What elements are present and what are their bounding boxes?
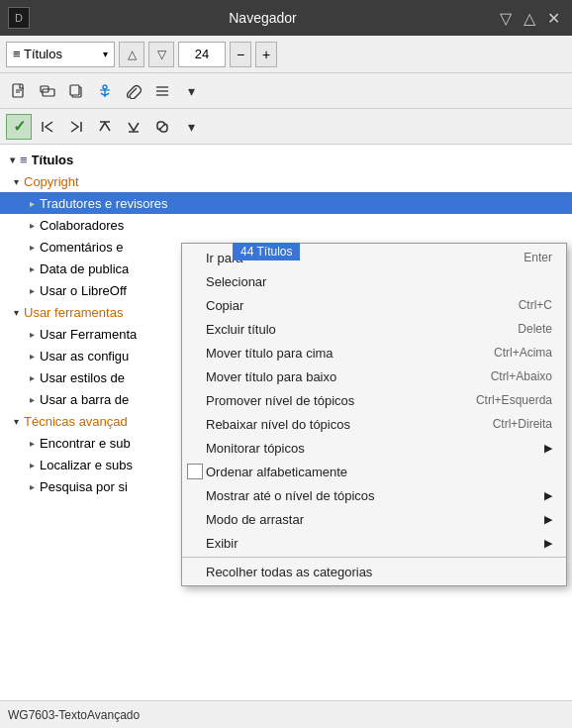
tecnicas-label: Técnicas avançad	[24, 414, 128, 429]
data-expand-icon[interactable]: ▸	[24, 260, 40, 276]
move-down-icon	[126, 119, 142, 135]
comentarios-expand-icon[interactable]: ▸	[24, 239, 40, 255]
ctx-separator	[182, 557, 566, 558]
status-text: WG7603-TextoAvançado	[8, 708, 140, 722]
titles-icon: ≡	[20, 153, 28, 167]
ctx-mover-cima[interactable]: Mover título para cima Ctrl+Acima	[182, 341, 566, 364]
spin-minus-button[interactable]: −	[230, 42, 251, 67]
attach-icon	[126, 83, 142, 99]
root-expand-icon[interactable]: ▾	[4, 152, 20, 167]
ctx-mover-baixo[interactable]: Mover título para baixo Ctrl+Abaixo	[182, 364, 566, 388]
new-doc-button[interactable]	[6, 78, 32, 104]
attach-button[interactable]	[121, 78, 146, 104]
usar-estilos-expand-icon[interactable]: ▸	[24, 369, 40, 385]
anchor-button[interactable]	[92, 78, 118, 104]
title-bar-left: D	[8, 7, 30, 29]
last-icon	[68, 119, 84, 135]
title-bar-controls: ▽ △ ✕	[496, 7, 564, 30]
link-button[interactable]	[149, 114, 175, 140]
restore-button[interactable]: △	[520, 7, 539, 30]
spin-plus-button[interactable]: +	[255, 42, 277, 67]
usar-ferramentas-expand-icon[interactable]: ▾	[8, 304, 24, 320]
comentarios-label: Comentários e	[40, 240, 124, 255]
colaboradores-expand-icon[interactable]: ▸	[24, 217, 40, 233]
ctx-recolher-label: Recolher todas as categorias	[206, 565, 372, 579]
ctx-ordenar[interactable]: Ordenar alfabeticamente	[182, 460, 566, 483]
dropdown-label: ≡ Títulos	[13, 47, 62, 61]
toolbar-row-1: ≡ Títulos ▾ △ ▽ 24 − +	[0, 36, 572, 73]
encontrar-expand-icon[interactable]: ▸	[24, 435, 40, 451]
ctx-mover-cima-shortcut: Ctrl+Acima	[494, 346, 552, 360]
first-button[interactable]	[35, 114, 60, 140]
ctx-modo-arrastar[interactable]: Modo de arrastar ▶	[182, 507, 566, 531]
usar-config-expand-icon[interactable]: ▸	[24, 348, 40, 364]
category-dropdown[interactable]: ≡ Títulos ▾	[6, 42, 115, 67]
nav-down-button[interactable]: ▽	[148, 42, 174, 67]
ctx-copiar-label: Copiar	[206, 298, 243, 313]
root-label: Títulos	[32, 153, 74, 167]
app-icon: D	[8, 7, 30, 29]
copyright-expand-icon[interactable]: ▾	[8, 173, 24, 189]
ctx-ir-para-shortcut: Enter	[524, 251, 552, 264]
last-button[interactable]	[63, 114, 89, 140]
open-doc-icon	[40, 83, 55, 99]
title-bar: D Navegador ▽ △ ✕	[0, 0, 572, 36]
check-button[interactable]: ✓	[6, 114, 32, 140]
ctx-rebaixar[interactable]: Rebaixar nível do tópicos Ctrl+Direita	[182, 412, 566, 436]
move-up-button[interactable]	[92, 114, 118, 140]
usar-ferramentas-label: Usar ferramentas	[24, 305, 123, 320]
status-bar: WG7603-TextoAvançado	[0, 700, 572, 728]
ctx-modo-arrastar-label: Modo de arrastar	[206, 512, 304, 527]
ctx-monitorar[interactable]: Monitorar tópicos ▶	[182, 436, 566, 460]
ctx-mostrar[interactable]: Mostrar até o nível de tópicos ▶	[182, 483, 566, 507]
ctx-mover-baixo-shortcut: Ctrl+Abaixo	[491, 369, 552, 383]
move-down-button[interactable]	[121, 114, 146, 140]
new-doc-icon	[11, 83, 27, 99]
ctx-monitorar-label: Monitorar tópicos	[206, 441, 305, 456]
number-input[interactable]: 24	[178, 42, 226, 67]
tree-item-copyright[interactable]: ▾ Copyright	[0, 170, 572, 192]
ctx-mostrar-label: Mostrar até o nível de tópicos	[206, 488, 375, 503]
ctx-ir-para-label: Ir para	[206, 251, 243, 265]
nav-up-button[interactable]: △	[119, 42, 144, 67]
first-icon	[40, 119, 55, 135]
tree-root[interactable]: ▾ ≡ Títulos	[0, 149, 572, 170]
localizar-expand-icon[interactable]: ▸	[24, 457, 40, 472]
tradutores-expand-icon[interactable]: ▸	[24, 195, 40, 211]
close-button[interactable]: ✕	[543, 7, 564, 30]
ctx-promover[interactable]: Promover nível de tópicos Ctrl+Esquerda	[182, 388, 566, 412]
more-button-2[interactable]: ▾	[178, 114, 204, 140]
ctx-selecionar[interactable]: Selecionar	[182, 269, 566, 293]
title-bar-title: Navegador	[229, 10, 297, 26]
ctx-selecionar-label: Selecionar	[206, 274, 266, 289]
more-button[interactable]: ▾	[178, 78, 204, 104]
usar-estilos-label: Usar estilos de	[40, 370, 125, 385]
pesquisa-expand-icon[interactable]: ▸	[24, 478, 40, 494]
ctx-recolher[interactable]: Recolher todas as categorias	[182, 560, 566, 583]
ctx-excluir-shortcut: Delete	[518, 322, 552, 336]
tree-item-tradutores[interactable]: ▸ Tradutores e revisores	[0, 192, 572, 214]
ctx-copiar[interactable]: Copiar Ctrl+C	[182, 293, 566, 317]
tradutores-label: Tradutores e revisores	[40, 196, 168, 211]
copy-button[interactable]	[63, 78, 89, 104]
ctx-excluir[interactable]: Excluir título Delete	[182, 317, 566, 341]
tree-item-colaboradores[interactable]: ▸ Colaboradores	[0, 214, 572, 236]
minimize-button[interactable]: ▽	[496, 7, 516, 30]
tecnicas-expand-icon[interactable]: ▾	[8, 413, 24, 429]
usar-barra-expand-icon[interactable]: ▸	[24, 391, 40, 407]
list-view-button[interactable]	[149, 78, 175, 104]
ordenar-checkbox[interactable]	[187, 464, 203, 479]
ctx-exibir[interactable]: Exibir ▶	[182, 531, 566, 555]
usar-libreoff-expand-icon[interactable]: ▸	[24, 282, 40, 298]
ctx-promover-shortcut: Ctrl+Esquerda	[476, 393, 552, 407]
usar-ferram-expand-icon[interactable]: ▸	[24, 326, 40, 342]
usar-config-label: Usar as configu	[40, 349, 129, 364]
mostrar-submenu-icon: ▶	[544, 489, 552, 502]
monitorar-submenu-icon: ▶	[544, 442, 552, 455]
copyright-label: Copyright	[24, 174, 79, 189]
colaboradores-label: Colaboradores	[40, 218, 124, 233]
encontrar-label: Encontrar e sub	[40, 436, 131, 451]
open-doc-button[interactable]	[35, 78, 60, 104]
ctx-ir-para[interactable]: Ir para Enter	[182, 246, 566, 269]
data-label: Data de publica	[40, 261, 129, 276]
